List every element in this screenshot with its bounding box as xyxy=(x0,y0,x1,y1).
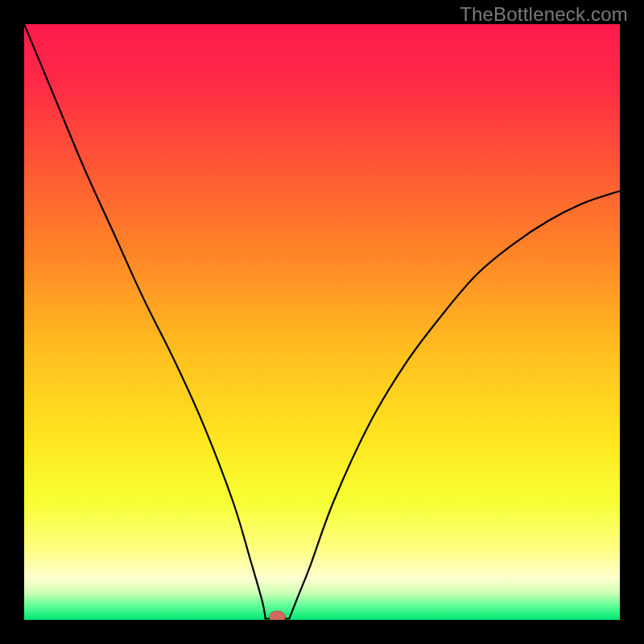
plot-svg xyxy=(24,24,620,620)
optimal-point-marker xyxy=(270,611,286,620)
watermark-text: TheBottleneck.com xyxy=(460,3,628,26)
bottleneck-plot xyxy=(24,24,620,620)
chart-frame: TheBottleneck.com xyxy=(0,0,644,644)
